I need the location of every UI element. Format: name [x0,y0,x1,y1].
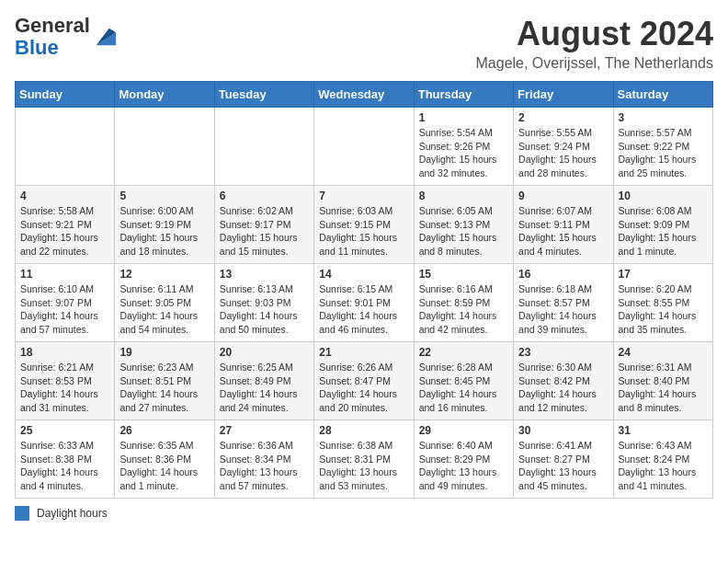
day-info: Sunrise: 6:20 AMSunset: 8:55 PMDaylight:… [619,282,708,337]
legend-color-box [15,506,29,521]
calendar-cell: 25Sunrise: 6:33 AMSunset: 8:38 PMDayligh… [16,420,115,499]
calendar-cell: 2Sunrise: 5:55 AMSunset: 9:24 PMDaylight… [514,108,613,186]
footer-legend: Daylight hours [15,506,713,521]
day-number: 10 [619,190,708,202]
calendar-cell: 4Sunrise: 5:58 AMSunset: 9:21 PMDaylight… [16,186,115,264]
day-info: Sunrise: 6:28 AMSunset: 8:45 PMDaylight:… [419,361,508,415]
calendar-cell: 3Sunrise: 5:57 AMSunset: 9:22 PMDaylight… [613,108,712,186]
day-number: 19 [119,346,209,359]
day-info: Sunrise: 6:40 AMSunset: 8:29 PMDaylight:… [419,439,508,493]
day-number: 6 [220,190,309,202]
day-number: 8 [419,190,508,202]
logo-blue: Blue [15,36,59,59]
day-info: Sunrise: 6:31 AMSunset: 8:40 PMDaylight:… [619,361,708,415]
logo-icon [92,24,118,50]
day-info: Sunrise: 6:35 AMSunset: 8:36 PMDaylight:… [119,439,209,493]
day-info: Sunrise: 6:08 AMSunset: 9:09 PMDaylight:… [619,204,708,259]
day-number: 14 [319,268,408,281]
calendar-cell: 9Sunrise: 6:07 AMSunset: 9:11 PMDaylight… [514,186,613,264]
day-number: 20 [220,346,309,359]
calendar-cell: 22Sunrise: 6:28 AMSunset: 8:45 PMDayligh… [414,342,513,420]
weekday-header-row: SundayMondayTuesdayWednesdayThursdayFrid… [16,82,713,108]
title-area: August 2024 Magele, Overijssel, The Neth… [476,15,714,72]
calendar-cell: 13Sunrise: 6:13 AMSunset: 9:03 PMDayligh… [214,264,313,342]
day-number: 18 [20,346,109,359]
day-number: 25 [20,424,109,437]
day-info: Sunrise: 5:54 AMSunset: 9:26 PMDaylight:… [419,126,508,180]
weekday-header-wednesday: Wednesday [314,82,414,108]
week-row-3: 11Sunrise: 6:10 AMSunset: 9:07 PMDayligh… [16,264,713,342]
week-row-1: 1Sunrise: 5:54 AMSunset: 9:26 PMDaylight… [16,108,713,186]
subtitle: Magele, Overijssel, The Netherlands [476,55,714,72]
day-info: Sunrise: 5:55 AMSunset: 9:24 PMDaylight:… [518,126,608,180]
day-number: 4 [20,190,109,202]
day-info: Sunrise: 6:00 AMSunset: 9:19 PMDaylight:… [119,204,209,259]
calendar-cell: 10Sunrise: 6:08 AMSunset: 9:09 PMDayligh… [613,186,712,264]
day-info: Sunrise: 6:07 AMSunset: 9:11 PMDaylight:… [518,204,608,259]
day-number: 11 [20,268,109,281]
calendar-cell [314,108,414,186]
calendar-cell: 1Sunrise: 5:54 AMSunset: 9:26 PMDaylight… [414,108,513,186]
calendar-cell: 26Sunrise: 6:35 AMSunset: 8:36 PMDayligh… [115,420,214,499]
calendar-cell: 12Sunrise: 6:11 AMSunset: 9:05 PMDayligh… [115,264,214,342]
day-number: 30 [518,424,608,437]
calendar-cell [214,108,313,186]
weekday-header-friday: Friday [514,82,613,108]
calendar-cell: 24Sunrise: 6:31 AMSunset: 8:40 PMDayligh… [613,342,712,420]
day-info: Sunrise: 6:21 AMSunset: 8:53 PMDaylight:… [20,361,109,415]
day-number: 7 [319,190,408,202]
calendar-cell: 30Sunrise: 6:41 AMSunset: 8:27 PMDayligh… [514,420,613,499]
day-number: 27 [220,424,309,437]
calendar-cell: 28Sunrise: 6:38 AMSunset: 8:31 PMDayligh… [314,420,414,499]
calendar-cell: 16Sunrise: 6:18 AMSunset: 8:57 PMDayligh… [514,264,613,342]
calendar-cell: 7Sunrise: 6:03 AMSunset: 9:15 PMDaylight… [314,186,414,264]
calendar-cell: 14Sunrise: 6:15 AMSunset: 9:01 PMDayligh… [314,264,414,342]
logo-general: General [15,14,90,37]
day-info: Sunrise: 6:13 AMSunset: 9:03 PMDaylight:… [220,282,309,337]
week-row-4: 18Sunrise: 6:21 AMSunset: 8:53 PMDayligh… [16,342,713,420]
calendar-cell: 20Sunrise: 6:25 AMSunset: 8:49 PMDayligh… [214,342,313,420]
day-number: 24 [619,346,708,359]
weekday-header-tuesday: Tuesday [214,82,313,108]
day-number: 12 [119,268,209,281]
day-info: Sunrise: 6:23 AMSunset: 8:51 PMDaylight:… [119,361,209,415]
calendar-cell: 11Sunrise: 6:10 AMSunset: 9:07 PMDayligh… [16,264,115,342]
day-number: 29 [419,424,508,437]
calendar-cell: 19Sunrise: 6:23 AMSunset: 8:51 PMDayligh… [115,342,214,420]
logo-text: General Blue [15,15,90,59]
day-info: Sunrise: 6:11 AMSunset: 9:05 PMDaylight:… [119,282,209,337]
day-info: Sunrise: 6:43 AMSunset: 8:24 PMDaylight:… [619,439,708,493]
week-row-5: 25Sunrise: 6:33 AMSunset: 8:38 PMDayligh… [16,420,713,499]
day-info: Sunrise: 5:57 AMSunset: 9:22 PMDaylight:… [619,126,708,180]
weekday-header-saturday: Saturday [613,82,712,108]
calendar-cell: 5Sunrise: 6:00 AMSunset: 9:19 PMDaylight… [115,186,214,264]
calendar-cell: 27Sunrise: 6:36 AMSunset: 8:34 PMDayligh… [214,420,313,499]
day-info: Sunrise: 6:16 AMSunset: 8:59 PMDaylight:… [419,282,508,337]
day-number: 9 [518,190,608,202]
calendar-cell [16,108,115,186]
day-number: 15 [419,268,508,281]
day-info: Sunrise: 6:26 AMSunset: 8:47 PMDaylight:… [319,361,408,415]
calendar-cell: 15Sunrise: 6:16 AMSunset: 8:59 PMDayligh… [414,264,513,342]
weekday-header-monday: Monday [115,82,214,108]
day-number: 13 [220,268,309,281]
day-info: Sunrise: 6:10 AMSunset: 9:07 PMDaylight:… [20,282,109,337]
weekday-header-thursday: Thursday [414,82,513,108]
day-info: Sunrise: 6:15 AMSunset: 9:01 PMDaylight:… [319,282,408,337]
weekday-header-sunday: Sunday [16,82,115,108]
calendar-cell: 17Sunrise: 6:20 AMSunset: 8:55 PMDayligh… [613,264,712,342]
day-info: Sunrise: 6:30 AMSunset: 8:42 PMDaylight:… [518,361,608,415]
day-info: Sunrise: 5:58 AMSunset: 9:21 PMDaylight:… [20,204,109,259]
day-number: 21 [319,346,408,359]
main-title: August 2024 [476,15,714,53]
calendar-cell: 18Sunrise: 6:21 AMSunset: 8:53 PMDayligh… [16,342,115,420]
calendar-cell: 31Sunrise: 6:43 AMSunset: 8:24 PMDayligh… [613,420,712,499]
day-number: 17 [619,268,708,281]
day-info: Sunrise: 6:33 AMSunset: 8:38 PMDaylight:… [20,439,109,493]
day-number: 3 [619,111,708,124]
day-info: Sunrise: 6:18 AMSunset: 8:57 PMDaylight:… [518,282,608,337]
day-info: Sunrise: 6:41 AMSunset: 8:27 PMDaylight:… [518,439,608,493]
day-info: Sunrise: 6:36 AMSunset: 8:34 PMDaylight:… [220,439,309,493]
day-info: Sunrise: 6:38 AMSunset: 8:31 PMDaylight:… [319,439,408,493]
calendar-cell: 8Sunrise: 6:05 AMSunset: 9:13 PMDaylight… [414,186,513,264]
